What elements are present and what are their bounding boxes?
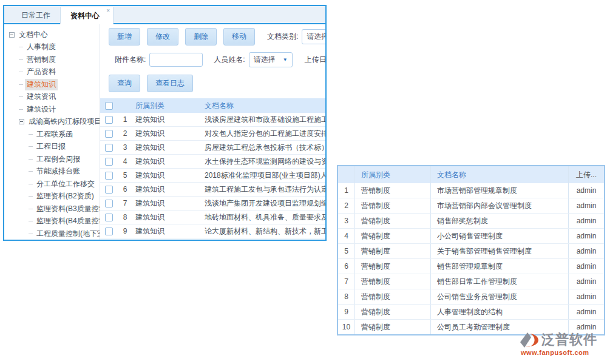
sidebar-item-label: 人事制度 xyxy=(25,41,58,53)
row-index: 3 xyxy=(117,143,133,152)
row-category: 营销制度 xyxy=(355,198,431,213)
tree-connector xyxy=(19,47,23,47)
sidebar-item-label: 节能减排台账 xyxy=(35,166,82,177)
row-checkbox[interactable] xyxy=(105,228,113,235)
table-row[interactable]: 1建筑知识浅谈房屋建筑和市政基础设施工程施工... xyxy=(100,113,325,127)
tab-bar: 日常工作 资料中心 × xyxy=(4,6,325,24)
collapse-icon[interactable] xyxy=(19,119,24,124)
tab-close-icon[interactable]: × xyxy=(106,8,110,14)
row-checkbox[interactable] xyxy=(105,186,113,194)
sidebar-item-label: 建筑设计 xyxy=(25,104,58,115)
sidebar-item-label: 建筑知识 xyxy=(25,79,58,90)
sidebar-item[interactable]: 营销制度 xyxy=(4,53,100,66)
sidebar-item[interactable]: 监理资料(B4质量控制) xyxy=(4,215,100,228)
row-checkbox[interactable] xyxy=(105,172,113,180)
table-row[interactable]: 6营销制度销售部管理规章制度admin xyxy=(338,259,604,274)
sidebar-item[interactable]: 人事制度 xyxy=(4,41,100,54)
sidebar-item[interactable]: 建筑知识 xyxy=(4,78,100,91)
select-all-checkbox[interactable] xyxy=(105,102,113,110)
sidebar-item[interactable]: 成渝高铁内江标段项目 xyxy=(4,116,100,129)
view-log-button[interactable]: 查看日志 xyxy=(147,75,193,92)
row-docname: 论大厦新材料、新结构、新技术，新工... xyxy=(201,226,325,237)
row-category: 建筑知识 xyxy=(133,157,201,167)
table-row[interactable]: 9营销制度人事管理制度的结构admin xyxy=(338,305,604,320)
sidebar-item[interactable]: 监理资料(B2资质) xyxy=(4,190,100,203)
sidebar-item[interactable]: 监理资料(B3质量控制) xyxy=(4,203,100,215)
row-category: 建筑知识 xyxy=(133,184,201,195)
sidebar-item[interactable]: 工程日报 xyxy=(4,141,100,153)
marketing-docs-window: 所属别类 文档名称 上传... 1营销制度市场营销部管理规章制度admin2营销… xyxy=(337,165,605,335)
attachment-name-input[interactable] xyxy=(149,53,203,67)
table-row[interactable]: 2建筑知识对发包人指定分包的工程施工进度安排... xyxy=(100,127,325,141)
sidebar-item[interactable]: 文档中心 xyxy=(4,29,100,41)
document-table: 所属别类 文档名称 1建筑知识浅谈房屋建筑和市政基础设施工程施工...2建筑知识… xyxy=(100,98,325,241)
table-row[interactable]: 7建筑知识浅谈地产集团开发建设项目监理规划编... xyxy=(100,197,325,211)
row-category: 营销制度 xyxy=(355,229,431,243)
fanpu-logo-url: www.fanpusoft.com xyxy=(520,349,607,356)
table-row[interactable]: 4营销制度小公司销售管理制度admin xyxy=(338,229,604,244)
table-row[interactable]: 9建筑知识论大厦新材料、新结构、新技术，新工... xyxy=(100,224,325,238)
tree-connector xyxy=(19,59,23,60)
column-header-category: 所属别类 xyxy=(355,166,431,183)
tree-connector xyxy=(29,171,33,172)
sidebar-item-label: 分工单位工作移交 xyxy=(35,178,97,190)
table-row[interactable]: 4建筑知识水土保持生态环境监测网络的建设与资... xyxy=(100,155,325,169)
edit-button[interactable]: 修改 xyxy=(147,28,178,46)
column-header-docname: 文档名称 xyxy=(431,166,569,183)
row-uploader: admin xyxy=(569,289,604,304)
tree-connector xyxy=(29,209,33,209)
sidebar-item[interactable]: 分工单位工作移交 xyxy=(4,178,100,190)
sidebar-item[interactable]: 工程例会周报 xyxy=(4,153,100,166)
delete-button[interactable]: 删除 xyxy=(185,28,217,46)
table-row[interactable]: 2营销制度市场营销部内部会议管理制度admin xyxy=(338,198,604,214)
move-button[interactable]: 移动 xyxy=(223,28,255,46)
table-row[interactable]: 3建筑知识房屋建筑工程总承包投标书（技术标）... xyxy=(100,141,325,155)
add-button[interactable]: 新增 xyxy=(109,28,140,46)
sidebar-item-label: 工程日报 xyxy=(35,141,67,152)
document-center-window: 日常工作 资料中心 × 文档中心人事制度营销制度产品资料建筑知识建筑资讯建筑设计… xyxy=(3,5,327,241)
search-button[interactable]: 查询 xyxy=(109,75,140,92)
table-row[interactable]: 8建筑知识地砖地面材料、机具准备、质量要求及... xyxy=(100,211,325,224)
tree-connector xyxy=(19,109,23,110)
table-row[interactable]: 3营销制度销售部奖惩制度admin xyxy=(338,214,604,229)
row-index: 2 xyxy=(117,129,133,138)
sidebar-item-label: 监理资料(B4质量控制) xyxy=(35,215,100,227)
row-index: 2 xyxy=(338,198,355,213)
right-table-header: 所属别类 文档名称 上传... xyxy=(338,166,604,183)
row-docname: 市场营销部内部会议管理制度 xyxy=(431,198,569,213)
table-row[interactable]: 6建筑知识建筑工程施工发包与承包违法行为认定... xyxy=(100,183,325,197)
right-table-body: 1营销制度市场营销部管理规章制度admin2营销制度市场营销部内部会议管理制度a… xyxy=(338,183,604,335)
person-name-select[interactable]: 请选择 ▼ xyxy=(249,52,293,67)
sidebar-item[interactable]: 工程质量控制(地下室) xyxy=(4,228,100,240)
row-checkbox[interactable] xyxy=(105,214,113,221)
sidebar-item[interactable]: 工程联系函 xyxy=(4,128,100,141)
row-category: 建筑知识 xyxy=(133,129,201,139)
table-row[interactable]: 7营销制度销售部日常工作管理制度admin xyxy=(338,274,604,289)
doc-category-select[interactable]: 请选择 ▼ xyxy=(302,29,325,44)
row-checkbox[interactable] xyxy=(105,116,113,124)
table-row[interactable]: 1营销制度市场营销部管理规章制度admin xyxy=(338,183,604,198)
sidebar-item[interactable]: 建筑设计 xyxy=(4,103,100,116)
table-row[interactable]: 5建筑知识2018标准化监理项目部(业主项目部)人员... xyxy=(100,169,325,183)
row-checkbox[interactable] xyxy=(105,130,113,138)
table-row[interactable]: 8营销制度公司销售业务员管理制度admin xyxy=(338,289,604,305)
row-checkbox[interactable] xyxy=(105,200,113,207)
row-checkbox[interactable] xyxy=(105,144,113,152)
collapse-icon[interactable] xyxy=(9,32,15,38)
tree-connector xyxy=(29,184,33,184)
table-row[interactable]: 5营销制度关于销售部管理销售管理制度admin xyxy=(338,244,604,259)
row-docname: 市场营销部管理规章制度 xyxy=(431,183,569,198)
row-checkbox[interactable] xyxy=(105,158,113,166)
toolbar-row-filters: 附件名称: 人员姓名: 请选择 ▼ 上传日期 xyxy=(115,52,325,67)
person-name-label: 人员姓名: xyxy=(214,55,245,65)
tab-daily-work[interactable]: 日常工作 xyxy=(12,7,60,23)
row-index: 4 xyxy=(117,157,133,166)
table-row[interactable]: 10建筑知识大厦地下室加气砼墙砌筑工程的施工方... xyxy=(100,238,325,241)
row-docname: 销售部日常工作管理制度 xyxy=(431,274,569,289)
row-docname: 销售部奖惩制度 xyxy=(431,214,569,228)
sidebar-item[interactable]: 建筑资讯 xyxy=(4,91,100,104)
tab-data-center[interactable]: 资料中心 × xyxy=(60,7,114,24)
sidebar-item[interactable]: 产品资料 xyxy=(4,66,100,79)
sidebar-item[interactable]: 节能减排台账 xyxy=(4,166,100,178)
row-category: 营销制度 xyxy=(355,305,431,319)
